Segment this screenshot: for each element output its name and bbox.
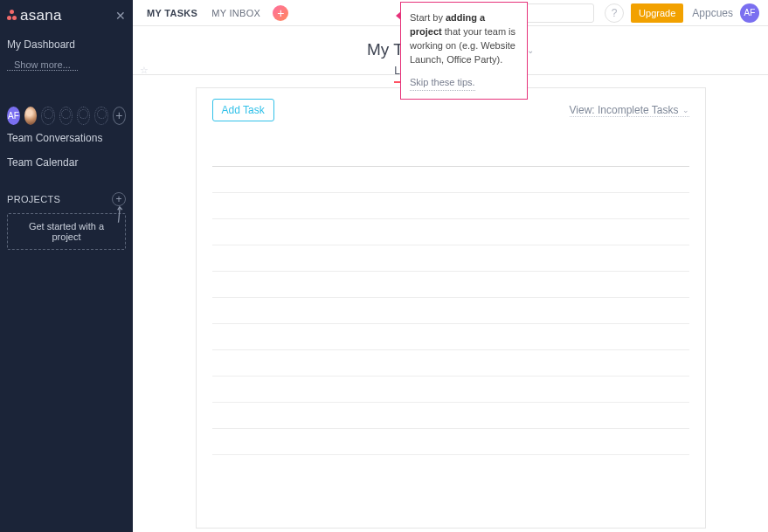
- avatar-placeholder: [77, 107, 90, 125]
- task-row[interactable]: [212, 403, 689, 429]
- upgrade-button[interactable]: Upgrade: [631, 3, 683, 23]
- projects-header-row: PROJECTS +: [0, 192, 133, 206]
- chevron-down-icon: ⌄: [527, 45, 534, 55]
- tip-text-prefix: Start by: [410, 12, 446, 23]
- task-row[interactable]: [212, 272, 689, 298]
- task-row[interactable]: [212, 219, 689, 245]
- chevron-down-icon: ⌄: [682, 106, 689, 114]
- help-button[interactable]: ?: [605, 3, 624, 23]
- tab-my-tasks[interactable]: MY TASKS: [147, 8, 197, 18]
- projects-header: PROJECTS: [7, 194, 60, 204]
- tab-my-inbox[interactable]: MY INBOX: [211, 8, 260, 18]
- avatar-placeholder: [41, 107, 54, 125]
- asana-wordmark: asana: [20, 7, 62, 24]
- add-project-button[interactable]: +: [112, 192, 126, 206]
- task-row[interactable]: [212, 245, 689, 272]
- task-row[interactable]: [212, 429, 689, 455]
- onboarding-tip: Start by adding a project that your team…: [400, 2, 528, 100]
- add-member-button[interactable]: +: [113, 107, 126, 125]
- team-avatars: AF +: [0, 105, 133, 126]
- favorite-star-icon[interactable]: ☆: [140, 65, 149, 76]
- task-row[interactable]: [212, 350, 689, 377]
- avatar-placeholder: [59, 107, 73, 125]
- workspace-menu[interactable]: Appcues: [692, 7, 733, 19]
- main: MY TASKS MY INBOX + ? Upgrade Appcues AF…: [133, 0, 768, 532]
- avatar-self[interactable]: AF: [7, 107, 20, 125]
- arrow-up-icon: [112, 204, 128, 225]
- view-filter-menu[interactable]: View: Incomplete Tasks ⌄: [570, 104, 689, 117]
- task-row[interactable]: [212, 324, 689, 350]
- task-row[interactable]: [212, 193, 689, 219]
- task-row[interactable]: [212, 167, 689, 193]
- task-row[interactable]: [212, 377, 689, 403]
- logo-row: asana ✕: [0, 0, 133, 24]
- asana-logo-icon: [7, 10, 17, 22]
- collapse-sidebar-icon[interactable]: ✕: [115, 9, 126, 23]
- view-filter-label: View: Incomplete Tasks: [570, 104, 679, 116]
- quick-add-button[interactable]: +: [273, 5, 288, 21]
- sidebar: asana ✕ My Dashboard Show more... AF + T…: [0, 0, 133, 532]
- task-rows: [197, 128, 705, 455]
- avatar-self-top[interactable]: AF: [740, 3, 759, 23]
- sidebar-item-team-conversations[interactable]: Team Conversations: [0, 126, 133, 150]
- avatar-member[interactable]: [24, 107, 38, 125]
- get-started-label: Get started with a project: [29, 221, 104, 242]
- task-row[interactable]: [212, 132, 689, 167]
- avatar-placeholder: [94, 107, 107, 125]
- task-row[interactable]: [212, 298, 689, 324]
- sidebar-item-dashboard[interactable]: My Dashboard: [0, 33, 133, 56]
- get-started-project[interactable]: Get started with a project: [7, 213, 126, 250]
- asana-logo[interactable]: asana: [7, 7, 62, 24]
- skip-tips-link[interactable]: Skip these tips.: [410, 76, 475, 91]
- task-panel: Add Task View: Incomplete Tasks ⌄: [196, 87, 706, 529]
- sidebar-item-team-calendar[interactable]: Team Calendar: [0, 150, 133, 175]
- show-more-link[interactable]: Show more...: [7, 59, 78, 71]
- topbar-tabs: MY TASKS MY INBOX: [133, 8, 260, 18]
- add-task-button[interactable]: Add Task: [212, 99, 274, 121]
